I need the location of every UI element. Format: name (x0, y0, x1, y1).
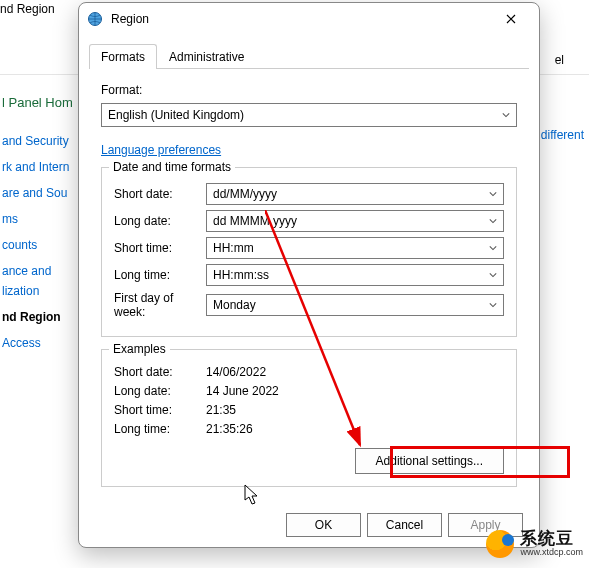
language-preferences-link[interactable]: Language preferences (101, 143, 221, 157)
example-long-time: Long time: 21:35:26 (114, 422, 504, 436)
tab-administrative[interactable]: Administrative (157, 44, 256, 69)
short-time-value: HH:mm (213, 241, 254, 255)
chevron-down-icon (489, 217, 497, 225)
short-date-select[interactable]: dd/MM/yyyy (206, 183, 504, 205)
right-link-fragment[interactable]: different (541, 128, 584, 142)
short-date-value: dd/MM/yyyy (213, 187, 277, 201)
titlebar[interactable]: Region (79, 3, 539, 35)
format-select[interactable]: English (United Kingdom) (101, 103, 517, 127)
examples-group: Examples Short date: 14/06/2022 Long dat… (101, 349, 517, 487)
example-long-time-label: Long time: (114, 422, 206, 436)
long-time-value: HH:mm:ss (213, 268, 269, 282)
first-dow-select[interactable]: Monday (206, 294, 504, 316)
format-value: English (United Kingdom) (108, 108, 244, 122)
example-short-date-value: 14/06/2022 (206, 365, 266, 379)
close-icon (506, 14, 516, 24)
example-long-time-value: 21:35:26 (206, 422, 253, 436)
additional-settings-button[interactable]: Additional settings... (355, 448, 504, 474)
date-time-formats-group: Date and time formats Short date: dd/MM/… (101, 167, 517, 337)
example-short-date: Short date: 14/06/2022 (114, 365, 504, 379)
breadcrumb-fragment: nd Region (0, 2, 55, 16)
date-time-formats-title: Date and time formats (109, 160, 235, 174)
first-dow-row: First day of week: Monday (114, 291, 504, 319)
example-short-time-value: 21:35 (206, 403, 236, 417)
short-time-row: Short time: HH:mm (114, 237, 504, 259)
right-text-fragment: el (555, 53, 564, 67)
cancel-button[interactable]: Cancel (367, 513, 442, 537)
region-dialog: Region Formats Administrative Format: En… (78, 2, 540, 548)
short-time-select[interactable]: HH:mm (206, 237, 504, 259)
globe-icon (87, 11, 103, 27)
chevron-down-icon (489, 244, 497, 252)
short-date-label: Short date: (114, 187, 206, 201)
tab-formats[interactable]: Formats (89, 44, 157, 69)
examples-title: Examples (109, 342, 170, 356)
close-button[interactable] (491, 5, 531, 33)
long-date-select[interactable]: dd MMMM yyyy (206, 210, 504, 232)
example-short-time: Short time: 21:35 (114, 403, 504, 417)
watermark: 系统豆 www.xtdcp.com (486, 530, 583, 558)
long-time-label: Long time: (114, 268, 206, 282)
example-short-time-label: Short time: (114, 403, 206, 417)
short-time-label: Short time: (114, 241, 206, 255)
long-time-select[interactable]: HH:mm:ss (206, 264, 504, 286)
example-long-date: Long date: 14 June 2022 (114, 384, 504, 398)
long-date-value: dd MMMM yyyy (213, 214, 297, 228)
example-long-date-value: 14 June 2022 (206, 384, 279, 398)
dialog-title: Region (111, 12, 491, 26)
watermark-url: www.xtdcp.com (520, 548, 583, 557)
chevron-down-icon (489, 190, 497, 198)
tab-body: Format: English (United Kingdom) Languag… (79, 69, 539, 487)
format-label: Format: (101, 83, 517, 97)
chevron-down-icon (502, 111, 510, 119)
ok-button[interactable]: OK (286, 513, 361, 537)
watermark-logo-icon (486, 530, 514, 558)
long-time-row: Long time: HH:mm:ss (114, 264, 504, 286)
chevron-down-icon (489, 301, 497, 309)
chevron-down-icon (489, 271, 497, 279)
long-date-label: Long date: (114, 214, 206, 228)
long-date-row: Long date: dd MMMM yyyy (114, 210, 504, 232)
tab-strip: Formats Administrative (89, 43, 529, 69)
example-long-date-label: Long date: (114, 384, 206, 398)
first-dow-label: First day of week: (114, 291, 206, 319)
watermark-name: 系统豆 (520, 530, 583, 548)
short-date-row: Short date: dd/MM/yyyy (114, 183, 504, 205)
first-dow-value: Monday (213, 298, 256, 312)
example-short-date-label: Short date: (114, 365, 206, 379)
